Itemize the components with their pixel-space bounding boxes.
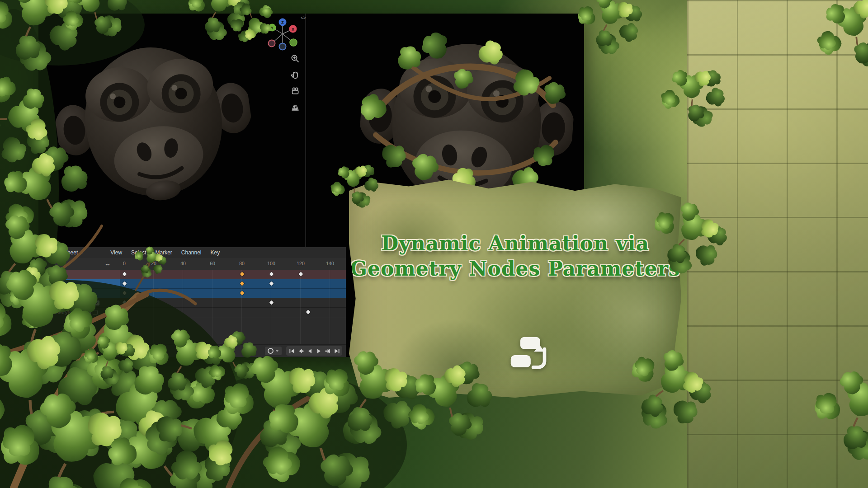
axis-y-neg xyxy=(290,39,297,46)
axis-y-label: Y xyxy=(271,26,274,30)
editor-type-label: Dope Sheet xyxy=(49,249,78,256)
keyframe[interactable] xyxy=(123,291,127,296)
keyframe[interactable] xyxy=(240,291,245,296)
dope-sheet-editor: ◆ Dope Sheet ViewSelectMarkerChannelKey … xyxy=(38,247,346,357)
menu-channel[interactable]: Channel xyxy=(177,249,206,257)
keyframe[interactable] xyxy=(123,300,127,305)
channel-label: GeometryNod xyxy=(45,310,77,315)
axis-x-label: X xyxy=(292,27,294,32)
frame-label: 120 xyxy=(297,261,305,266)
keymap-hints: View Rotate View xyxy=(132,347,163,367)
dope-sheet-menus: ViewSelectMarkerChannelKey xyxy=(106,249,224,257)
frame-label: 80 xyxy=(239,261,245,266)
stone-wall-background xyxy=(687,0,868,488)
jump-start-button[interactable] xyxy=(287,347,296,355)
checkbox-icon[interactable]: ✓ xyxy=(86,310,91,315)
keyframe[interactable] xyxy=(240,282,245,286)
transport-controls xyxy=(286,346,342,356)
axis-x-neg xyxy=(269,40,275,47)
keyframe[interactable] xyxy=(299,272,303,277)
channel-head[interactable]: 001 xyxy=(38,279,120,288)
menu-key[interactable]: Key xyxy=(206,249,225,257)
prev-keyframe-button[interactable] xyxy=(296,347,305,355)
keyframe[interactable] xyxy=(123,282,127,286)
keyframe-track[interactable] xyxy=(120,308,346,317)
keymap-hint-rotate-view: Rotate View xyxy=(132,357,163,367)
keyframe[interactable] xyxy=(306,310,311,314)
menu-select[interactable]: Select xyxy=(127,249,151,257)
title-card: Dynamic Animation via Geometry Nodes Par… xyxy=(349,178,681,398)
channel-label: anneAction.001 xyxy=(45,291,81,296)
title-line-2: Geometry Nodes Parameters xyxy=(350,256,680,282)
frame-label: 0 xyxy=(123,261,126,266)
editor-corner-handle[interactable]: <> xyxy=(301,15,306,20)
play-reverse-button[interactable] xyxy=(305,347,314,355)
playback-bar xyxy=(38,344,346,357)
play-button[interactable] xyxy=(314,347,323,355)
channel-row[interactable]: 4 (GeometryNode✓ xyxy=(38,298,346,308)
channel-list: 001anneAction.0014 (GeometryNode✓Geometr… xyxy=(38,270,346,317)
screenshot-root: <> Z Y X xyxy=(0,0,868,488)
channel-row[interactable]: GeometryNod✓ xyxy=(38,308,346,317)
keyframe[interactable] xyxy=(269,272,274,277)
editor-type-dropdown[interactable]: ◆ Dope Sheet xyxy=(38,247,88,258)
channel-head[interactable]: GeometryNod✓ xyxy=(38,308,120,317)
channel-row[interactable]: 001 xyxy=(38,279,346,289)
dope-sheet-icon: ◆ xyxy=(44,250,47,255)
frame-label: 40 xyxy=(180,261,186,266)
channel-head[interactable]: 4 (GeometryNode✓ xyxy=(38,298,120,307)
workflow-icon xyxy=(508,334,550,376)
menu-view[interactable]: View xyxy=(106,249,127,257)
channel-label: 001 xyxy=(45,281,53,286)
box-icon xyxy=(93,310,98,315)
zoom-button[interactable] xyxy=(290,53,301,64)
grid-button[interactable] xyxy=(290,102,301,113)
dope-sheet-header: ◆ Dope Sheet ViewSelectMarkerChannelKey xyxy=(38,247,346,258)
frame-label: 140 xyxy=(326,261,334,266)
frame-ruler-numbers: 020406080100120140 xyxy=(38,258,346,270)
keyframe[interactable] xyxy=(269,300,274,305)
keyframe[interactable] xyxy=(123,272,127,277)
channel-label: 4 (GeometryNode xyxy=(45,300,86,305)
navigation-gizmo[interactable]: Z Y X xyxy=(267,16,298,51)
channel-head[interactable]: anneAction.001 xyxy=(38,289,120,298)
keyframe[interactable] xyxy=(240,272,245,277)
record-circle-icon xyxy=(268,348,274,354)
keyframe-track[interactable] xyxy=(120,270,346,279)
jump-end-button[interactable] xyxy=(332,347,341,355)
checkbox-icon[interactable]: ✓ xyxy=(94,300,99,305)
keyframe-track[interactable] xyxy=(120,298,346,307)
wrench-icon xyxy=(79,310,84,315)
axis-z-label: Z xyxy=(281,20,284,25)
suzanne-plain[interactable] xyxy=(45,17,263,227)
menu-marker[interactable]: Marker xyxy=(151,249,176,257)
frame-label: 20 xyxy=(151,261,156,266)
channel-row[interactable] xyxy=(38,270,346,279)
viewport-tools xyxy=(290,53,301,113)
wrench-icon xyxy=(88,300,93,305)
channel-row[interactable]: anneAction.001 xyxy=(38,289,346,298)
next-keyframe-button[interactable] xyxy=(323,347,332,355)
frame-label: 100 xyxy=(267,261,275,266)
chevron-down-icon xyxy=(80,252,84,254)
channel-head[interactable] xyxy=(38,270,120,279)
sync-dropdown[interactable] xyxy=(265,347,282,355)
pan-hand-button[interactable] xyxy=(290,70,301,80)
dope-sheet-body: 001anneAction.0014 (GeometryNode✓Geometr… xyxy=(38,270,346,344)
title-line-1: Dynamic Animation via xyxy=(381,231,649,256)
keyframe-track[interactable] xyxy=(120,279,346,288)
frame-ruler[interactable]: ↔ 020406080100120140 xyxy=(38,258,346,270)
keyframe-track[interactable] xyxy=(120,289,346,298)
axis-z-neg xyxy=(279,43,286,50)
chevron-down-icon xyxy=(275,350,279,352)
keyframe[interactable] xyxy=(269,282,274,286)
frame-label: 60 xyxy=(210,261,215,266)
keymap-hint-view: View xyxy=(132,347,163,357)
camera-button[interactable] xyxy=(290,86,301,97)
